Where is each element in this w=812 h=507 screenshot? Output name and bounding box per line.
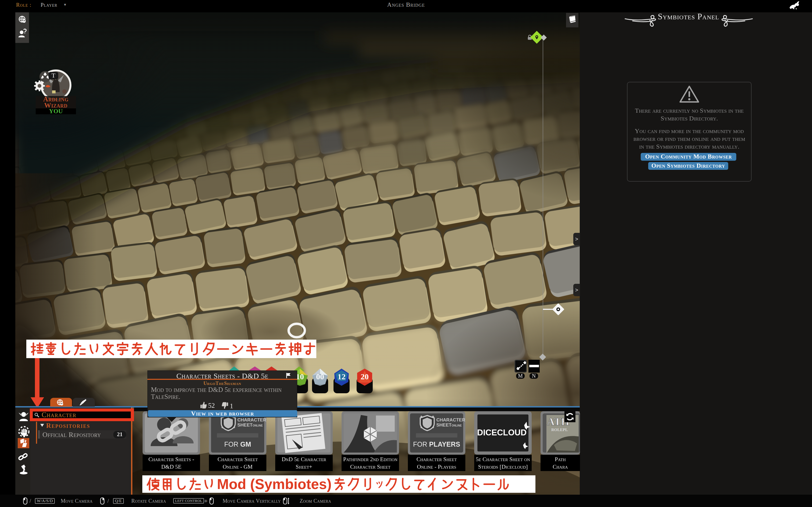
svg-text:ROLEPL: ROLEPL bbox=[551, 428, 568, 432]
svg-text:FOR GM: FOR GM bbox=[224, 441, 251, 448]
svg-text:FOR PLAYERS: FOR PLAYERS bbox=[413, 441, 460, 448]
svg-text:00: 00 bbox=[316, 372, 324, 381]
svg-text:CHARACTER: CHARACTER bbox=[237, 417, 266, 422]
svg-text:CHARACTER: CHARACTER bbox=[436, 417, 465, 422]
svg-text:DICECLOUD: DICECLOUD bbox=[477, 428, 526, 437]
svg-text:12: 12 bbox=[338, 372, 346, 381]
svg-text:20: 20 bbox=[361, 372, 369, 381]
